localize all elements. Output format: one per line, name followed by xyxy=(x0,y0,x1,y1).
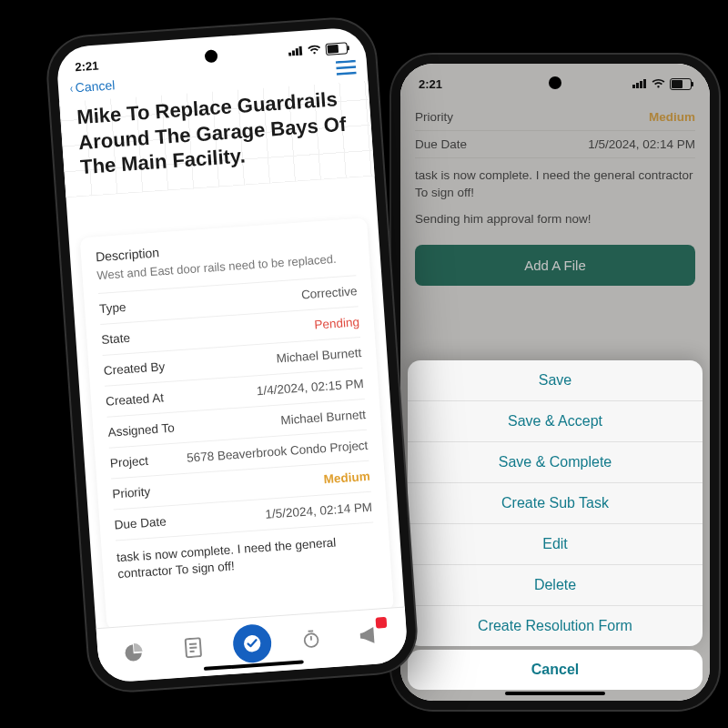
row-key: State xyxy=(101,330,131,346)
cancel-label: Cancel xyxy=(531,662,579,677)
wifi-icon xyxy=(652,77,665,91)
pie-chart-icon xyxy=(124,642,145,662)
action-save-complete[interactable]: Save & Complete xyxy=(408,442,703,483)
row-value: Corrective xyxy=(301,284,358,301)
action-label: Create Sub Task xyxy=(501,495,609,511)
svg-rect-16 xyxy=(632,85,635,88)
action-label: Edit xyxy=(542,536,568,551)
action-label: Save & Accept xyxy=(508,413,602,429)
action-label: Delete xyxy=(534,577,576,592)
battery-icon xyxy=(325,42,348,56)
svg-line-8 xyxy=(189,643,197,644)
action-sheet-cancel[interactable]: Cancel xyxy=(408,650,703,690)
tab-announcements[interactable] xyxy=(349,615,390,656)
signal-icon xyxy=(288,44,303,58)
phone-task-detail: 2:21 ‹ Cancel Mike To Replace G xyxy=(46,16,418,693)
row-value: Medium xyxy=(323,469,370,486)
page-title: Mike To Replace Guardrails Around The Ga… xyxy=(76,86,357,180)
check-circle-icon xyxy=(241,632,262,653)
row-key: Assigned To xyxy=(107,420,175,439)
svg-rect-15 xyxy=(359,633,362,639)
wifi-icon xyxy=(307,43,321,57)
row-key: Type xyxy=(99,300,126,316)
action-create-sub-task[interactable]: Create Sub Task xyxy=(408,483,703,524)
row-value: Michael Burnett xyxy=(276,346,362,366)
svg-rect-6 xyxy=(337,71,357,75)
svg-rect-1 xyxy=(292,50,295,56)
status-time: 2:21 xyxy=(419,77,442,91)
row-value: Michael Burnett xyxy=(280,407,367,427)
row-value: 5678 Beaverbrook Condo Project xyxy=(187,438,369,464)
action-label: Create Resolution Form xyxy=(478,618,632,633)
signal-icon xyxy=(632,77,647,91)
row-key: Project xyxy=(109,453,148,470)
row-key: Created At xyxy=(106,390,165,408)
tab-dashboard[interactable] xyxy=(114,632,155,672)
row-key: Created By xyxy=(103,359,165,378)
row-value: Pending xyxy=(314,315,359,331)
status-time: 2:21 xyxy=(75,58,99,74)
row-value: 1/5/2024, 02:14 PM xyxy=(265,500,373,521)
action-create-resolution-form[interactable]: Create Resolution Form xyxy=(408,606,703,646)
action-edit[interactable]: Edit xyxy=(408,524,703,565)
camera-cutout xyxy=(549,76,561,89)
svg-rect-3 xyxy=(298,46,302,55)
detail-card: Description West and East door rails nee… xyxy=(80,217,394,630)
action-save-accept[interactable]: Save & Accept xyxy=(408,401,703,442)
svg-rect-19 xyxy=(643,79,646,88)
svg-rect-0 xyxy=(288,52,291,56)
notification-badge xyxy=(375,617,387,629)
action-delete[interactable]: Delete xyxy=(408,565,703,606)
battery-icon xyxy=(670,78,692,90)
svg-line-9 xyxy=(190,647,197,648)
svg-rect-17 xyxy=(636,83,639,88)
svg-rect-2 xyxy=(296,48,299,56)
action-save[interactable]: Save xyxy=(408,360,703,401)
svg-rect-18 xyxy=(640,81,642,88)
row-key: Due Date xyxy=(114,514,167,531)
tab-tasks[interactable] xyxy=(232,623,273,664)
tab-time[interactable] xyxy=(290,619,331,660)
tab-documents[interactable] xyxy=(173,627,214,668)
row-key: Priority xyxy=(112,484,151,500)
phone-action-sheet: 2:21 Priority Medium Due Date 1/5/2024, … xyxy=(391,55,719,710)
row-value: 1/4/2024, 02:15 PM xyxy=(256,377,364,398)
home-indicator[interactable] xyxy=(505,692,605,695)
document-icon xyxy=(184,637,203,658)
action-label: Save xyxy=(539,372,571,388)
action-label: Save & Complete xyxy=(499,454,612,470)
action-sheet: Save Save & Accept Save & Complete Creat… xyxy=(408,360,703,646)
stopwatch-icon xyxy=(300,629,321,650)
